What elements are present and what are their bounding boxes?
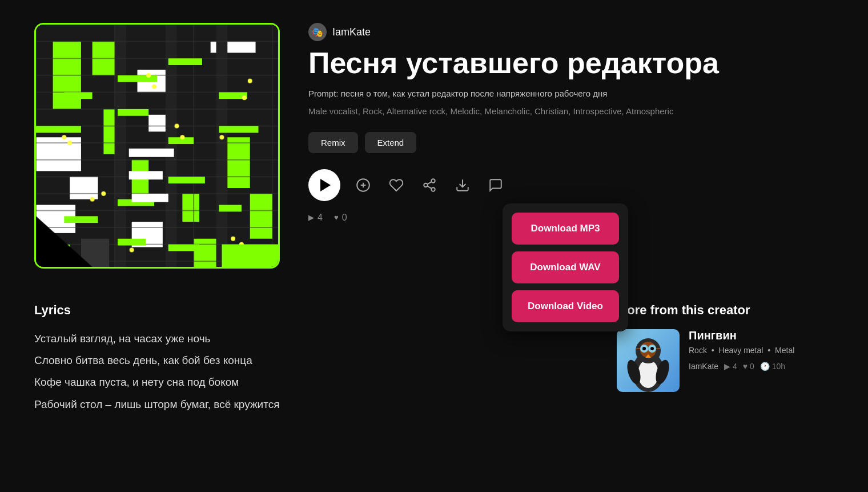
lyrics-text: Усталый взгляд, на часах уже ночь Словно…: [34, 329, 582, 414]
track-name: Пингвин: [689, 329, 794, 342]
download-button[interactable]: [452, 175, 473, 195]
like-button[interactable]: [386, 175, 407, 195]
track-card: Пингвин Rock • Heavy metal • Metal IamKa…: [617, 329, 834, 392]
comment-button[interactable]: [485, 175, 506, 195]
track-tag-3: Metal: [775, 346, 794, 355]
track-time: 🕐 10h: [760, 362, 785, 371]
remix-button[interactable]: Remix: [308, 132, 358, 153]
content-area: 🎭 IamKate Песня уставшего редактора Prom…: [308, 23, 834, 269]
like-stat-icon: ♥: [334, 213, 339, 222]
bottom-section: Lyrics Усталый взгляд, на часах уже ночь…: [0, 303, 868, 417]
track-meta: IamKate ▶ 4 ♥ 0 🕐 10h: [689, 362, 794, 371]
creator-name: IamKate: [332, 26, 371, 38]
lyrics-line-3: Кофе чашка пуста, и нету сна под боком: [34, 373, 582, 392]
like-stat-count: 0: [342, 213, 347, 223]
track-thumbnail: [617, 329, 680, 392]
play-button[interactable]: [308, 169, 340, 201]
lyrics-line-1: Усталый взгляд, на часах уже ночь: [34, 329, 582, 349]
lyrics-line-4: Рабочий стол – лишь шторм бумаг, всё кру…: [34, 395, 582, 414]
avatar: 🎭: [308, 23, 327, 41]
add-icon: [356, 178, 371, 193]
lyrics-section: Lyrics Усталый взгляд, на часах уже ночь…: [34, 303, 582, 417]
heart-icon: [389, 178, 404, 193]
action-buttons-row: Remix Extend: [308, 132, 834, 153]
svg-line-6: [427, 186, 431, 188]
lyrics-title: Lyrics: [34, 303, 582, 318]
lyrics-line-2: Словно битва весь день, как бой без конц…: [34, 351, 582, 370]
play-stat-count: 4: [318, 213, 323, 223]
download-icon: [455, 178, 470, 193]
like-stat: ♥ 0: [334, 213, 347, 223]
add-button[interactable]: [353, 175, 373, 195]
play-stat-icon: ▶: [308, 213, 314, 222]
download-mp3-button[interactable]: Download MP3: [512, 213, 619, 245]
track-plays: ▶ 4: [724, 362, 737, 371]
track-info: Пингвин Rock • Heavy metal • Metal IamKa…: [689, 329, 794, 371]
extend-button[interactable]: Extend: [365, 132, 417, 153]
track-likes: ♥ 0: [743, 362, 754, 371]
share-button[interactable]: [419, 175, 440, 195]
svg-line-7: [427, 182, 431, 184]
download-wav-button[interactable]: Download WAV: [512, 251, 619, 283]
svg-point-5: [431, 187, 435, 191]
track-tags: Rock • Heavy metal • Metal: [689, 346, 794, 355]
track-tag-2: Heavy metal: [719, 346, 763, 355]
tags-text: Male vocalist, Rock, Alternative rock, M…: [308, 105, 834, 118]
svg-point-3: [431, 179, 435, 183]
song-title: Песня уставшего редактора: [308, 47, 834, 79]
track-creator: IamKate: [689, 362, 718, 371]
more-from-creator-title: More from this creator: [617, 303, 834, 318]
comment-icon: [488, 178, 503, 193]
tag-dot-2: •: [767, 346, 770, 355]
prompt-value: песня о том, как устал редактор после на…: [341, 89, 608, 98]
svg-point-4: [424, 183, 428, 187]
creator-section: More from this creator Пингвин Rock • He…: [617, 303, 834, 417]
tag-dot-1: •: [712, 346, 714, 355]
track-tag-1: Rock: [689, 346, 707, 355]
prompt-text: Prompt: песня о том, как устал редактор …: [308, 89, 834, 98]
play-icon: [320, 179, 331, 191]
prompt-label: Prompt:: [308, 89, 339, 98]
album-art: [34, 23, 280, 269]
share-icon: [422, 178, 437, 193]
download-dropdown: Download MP3 Download WAV Download Video: [503, 203, 628, 331]
controls-row: Download MP3 Download WAV Download Video: [308, 169, 834, 201]
play-stat: ▶ 4: [308, 213, 323, 223]
creator-row: 🎭 IamKate: [308, 23, 834, 41]
download-video-button[interactable]: Download Video: [512, 290, 619, 322]
